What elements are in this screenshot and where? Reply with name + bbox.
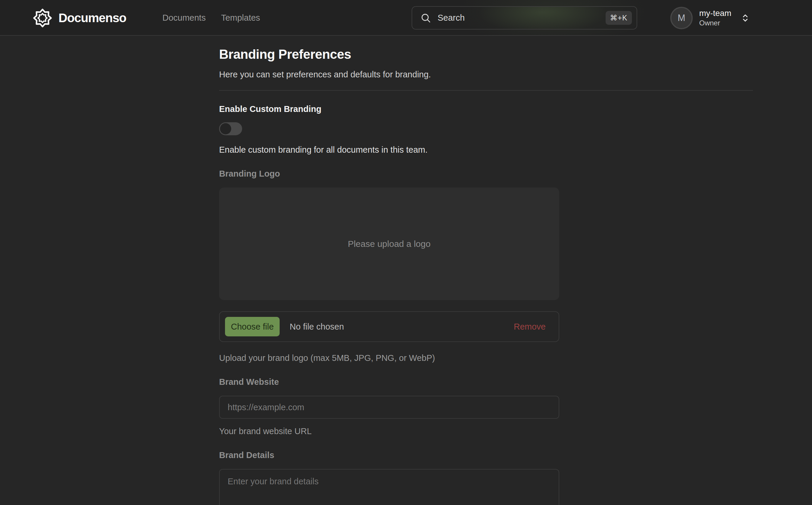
team-role: Owner xyxy=(699,19,732,27)
file-chosen-status: No file chosen xyxy=(290,322,344,332)
search-icon xyxy=(420,13,431,23)
choose-file-button[interactable]: Choose file xyxy=(225,317,279,336)
documenso-logo[interactable]: Documenso xyxy=(33,0,127,36)
logo-dropzone[interactable]: Please upload a logo xyxy=(219,187,559,300)
global-search-input[interactable]: Search ⌘+K xyxy=(412,6,637,29)
toggle-knob xyxy=(220,123,231,134)
primary-nav: Documents Templates xyxy=(162,0,260,36)
page-title: Branding Preferences xyxy=(219,47,753,62)
search-placeholder-text: Search xyxy=(438,13,606,23)
logo-upload-helper: Upload your brand logo (max 5MB, JPG, PN… xyxy=(219,353,753,363)
brand-name: Documenso xyxy=(58,11,127,25)
branding-settings-group: Branding Logo Please upload a logo Choos… xyxy=(219,169,753,505)
documenso-logo-icon xyxy=(33,9,52,27)
brand-details-label: Brand Details xyxy=(219,450,753,460)
team-name: my-team xyxy=(699,8,732,18)
avatar-initial: M xyxy=(678,13,685,23)
search-shortcut-badge: ⌘+K xyxy=(606,11,632,25)
nav-item-documents[interactable]: Documents xyxy=(162,13,206,23)
branding-logo-label: Branding Logo xyxy=(219,169,753,179)
page-subtitle: Here you can set preferences and default… xyxy=(219,70,753,79)
top-navigation-bar: Documenso Documents Templates Search ⌘+K… xyxy=(0,0,812,36)
section-divider xyxy=(219,90,753,91)
chevrons-up-down-icon xyxy=(740,12,750,24)
remove-logo-button[interactable]: Remove xyxy=(514,322,546,332)
brand-website-label: Brand Website xyxy=(219,377,753,387)
branding-preferences-page: Branding Preferences Here you can set pr… xyxy=(219,36,753,505)
enable-custom-branding-toggle[interactable] xyxy=(219,122,242,135)
logo-dropzone-text: Please upload a logo xyxy=(348,239,430,249)
brand-website-input[interactable] xyxy=(219,396,559,419)
avatar: M xyxy=(670,7,693,29)
brand-website-helper: Your brand website URL xyxy=(219,427,753,436)
brand-details-wrap xyxy=(219,469,559,505)
logo-file-input-row: Choose file No file chosen Remove xyxy=(219,311,559,342)
team-meta: my-team Owner xyxy=(699,8,732,27)
enable-custom-branding-label: Enable Custom Branding xyxy=(219,104,753,114)
brand-details-textarea[interactable] xyxy=(219,469,559,505)
team-menu-trigger[interactable]: M my-team Owner xyxy=(670,0,750,36)
enable-custom-branding-description: Enable custom branding for all documents… xyxy=(219,145,753,155)
nav-item-templates[interactable]: Templates xyxy=(221,13,260,23)
